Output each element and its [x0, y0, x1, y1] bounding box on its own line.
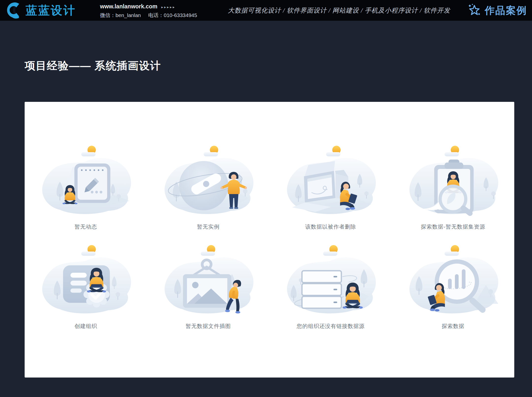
server-stack-illustration	[278, 242, 384, 321]
wechat-value: ben_lanlan	[116, 12, 141, 18]
list-card-check-badge-illustration	[33, 242, 139, 321]
website-link[interactable]: www.lanlanwork.com	[100, 3, 157, 10]
gallery-item: 您的组织还没有链接数据源	[269, 242, 392, 330]
portfolio-badge[interactable]: 作品案例	[467, 0, 527, 21]
gallery-item: 暂无实例	[147, 142, 269, 231]
lanlan-logo-icon[interactable]	[4, 1, 24, 19]
illustration-gallery-card: 暂无动态 暂无实例	[25, 102, 514, 378]
empty-open-box-illustration	[278, 142, 384, 221]
illustration-caption: 暂无实例	[197, 223, 220, 231]
gallery-row-2: 创建组织 暂无数据文件插图	[25, 242, 514, 330]
compass-disc-illustration	[155, 142, 261, 221]
gallery-item: 探索数据	[392, 242, 514, 330]
top-banner: 蓝蓝设计 www.lanlanwork.com▸▸▸▸▸ 微信：ben_lanl…	[0, 0, 532, 21]
magnifier-bar-chart-illustration	[400, 242, 506, 321]
page-title: 项目经验—— 系统插画设计	[25, 59, 161, 73]
notepad-pencil-illustration	[33, 142, 139, 221]
illustration-caption: 您的组织还没有链接数据源	[297, 323, 365, 330]
gallery-item: 创建组织	[25, 242, 147, 330]
gallery-row-1: 暂无动态 暂无实例	[25, 142, 514, 231]
illustration-caption: 该数据以被作者删除	[305, 223, 356, 231]
illustration-caption: 暂无数据文件插图	[186, 323, 231, 330]
phone-value: 010-63334945	[164, 12, 197, 18]
gallery-item: 该数据以被作者删除	[269, 142, 392, 231]
illustration-caption: 暂无动态	[75, 223, 97, 231]
illustration-caption: 探索数据-暂无数据集资源	[421, 223, 485, 231]
clipboard-magnifier-illustration	[400, 142, 506, 221]
portfolio-label: 作品案例	[485, 4, 527, 17]
contact-block: www.lanlanwork.com▸▸▸▸▸ 微信：ben_lanlan电话：…	[100, 3, 197, 19]
services-list: 大数据可视化设计 / 软件界面设计 / 网站建设 / 手机及小程序设计 / 软件…	[228, 0, 450, 21]
phone-label: 电话：	[148, 12, 164, 18]
star-sparkle-icon	[467, 3, 481, 17]
picture-frame-illustration	[155, 242, 261, 321]
gallery-item: 暂无数据文件插图	[147, 242, 269, 330]
arrow-decoration: ▸▸▸▸▸	[161, 5, 176, 9]
wechat-label: 微信：	[100, 12, 116, 18]
gallery-item: 探索数据-暂无数据集资源	[392, 142, 514, 231]
logo-wordmark[interactable]: 蓝蓝设计	[26, 0, 76, 21]
illustration-caption: 创建组织	[75, 323, 97, 330]
gallery-item: 暂无动态	[25, 142, 147, 231]
illustration-caption: 探索数据	[442, 323, 465, 330]
